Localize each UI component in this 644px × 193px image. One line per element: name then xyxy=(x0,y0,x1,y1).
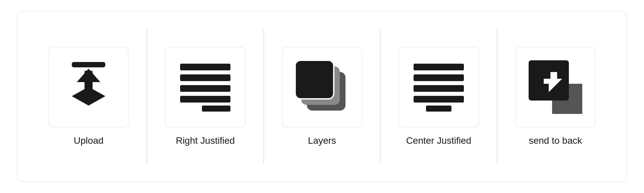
icon-box-upload[interactable] xyxy=(48,47,129,127)
svg-rect-7 xyxy=(180,96,230,103)
svg-rect-5 xyxy=(180,74,230,81)
icon-box-layers[interactable] xyxy=(282,47,362,127)
svg-rect-4 xyxy=(180,64,230,70)
right-justified-label: Right Justified xyxy=(176,135,235,146)
send-to-back-icon xyxy=(525,57,586,117)
upload-icon xyxy=(62,59,115,116)
icon-item-layers: Layers xyxy=(264,47,380,146)
upload-label: Upload xyxy=(74,135,104,146)
svg-marker-2 xyxy=(77,69,100,82)
icon-item-center-justified: Center Justified xyxy=(381,47,497,146)
icon-item-send-to-back: send to back xyxy=(497,47,613,146)
icon-box-center-justified[interactable] xyxy=(398,47,479,127)
main-container: Upload Right Justified xyxy=(17,11,627,182)
right-justified-icon xyxy=(177,60,234,114)
svg-rect-15 xyxy=(414,96,464,103)
layers-icon xyxy=(292,57,352,117)
svg-rect-16 xyxy=(426,106,451,112)
center-justified-label: Center Justified xyxy=(406,135,472,146)
icon-item-right-justified: Right Justified xyxy=(147,47,263,146)
svg-rect-12 xyxy=(414,64,464,70)
svg-rect-13 xyxy=(414,74,464,81)
icon-box-send-to-back[interactable] xyxy=(515,47,596,127)
svg-rect-11 xyxy=(295,60,334,99)
send-to-back-label: send to back xyxy=(529,135,582,146)
svg-marker-3 xyxy=(72,87,105,106)
svg-rect-0 xyxy=(72,62,105,67)
svg-rect-8 xyxy=(202,106,230,112)
center-justified-icon xyxy=(410,60,467,114)
icon-box-right-justified[interactable] xyxy=(165,47,246,127)
svg-rect-6 xyxy=(180,85,230,92)
layers-label: Layers xyxy=(308,135,336,146)
icon-item-upload: Upload xyxy=(31,47,147,146)
icons-row: Upload Right Justified xyxy=(31,21,613,172)
svg-rect-14 xyxy=(414,85,464,92)
